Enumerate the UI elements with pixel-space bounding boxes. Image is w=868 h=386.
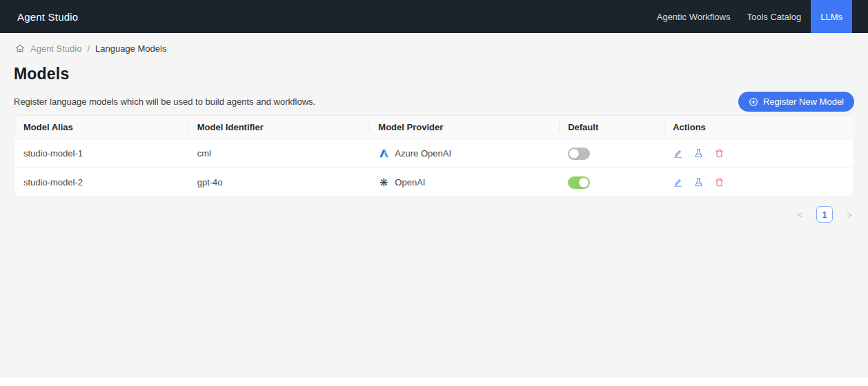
- pagination-page-1[interactable]: 1: [816, 206, 833, 223]
- toggle-knob: [569, 149, 579, 159]
- table-header-row: Model Alias Model Identifier Model Provi…: [14, 116, 854, 139]
- home-icon[interactable]: [15, 43, 25, 53]
- default-cell: [559, 148, 664, 160]
- top-header: Agent Studio Agentic Workflows Tools Cat…: [0, 0, 868, 33]
- breadcrumb: Agent Studio / Language Models: [15, 43, 868, 54]
- edit-icon[interactable]: [673, 177, 683, 187]
- edit-icon[interactable]: [673, 148, 683, 159]
- plus-circle-icon: [749, 97, 758, 107]
- page-title: Models: [14, 64, 868, 83]
- model-provider-cell: Azure OpenAI: [369, 148, 559, 159]
- column-header-model-alias: Model Alias: [14, 116, 188, 139]
- azure-icon: [378, 148, 389, 159]
- model-identifier-cell: gpt-4o: [188, 177, 370, 187]
- nav-agentic-workflows[interactable]: Agentic Workflows: [649, 0, 739, 33]
- breadcrumb-current: Language Models: [95, 43, 166, 54]
- pagination-prev-icon[interactable]: <: [795, 210, 805, 220]
- column-header-model-identifier: Model Identifier: [188, 116, 370, 139]
- model-alias-cell: studio-model-2: [14, 177, 188, 187]
- nav-tools-catalog[interactable]: Tools Catalog: [738, 0, 809, 33]
- experiment-icon[interactable]: [693, 177, 704, 187]
- breadcrumb-separator: /: [87, 43, 90, 54]
- column-header-model-provider: Model Provider: [369, 116, 559, 139]
- openai-icon: ❋: [378, 177, 389, 188]
- register-button-label: Register New Model: [763, 96, 844, 107]
- actions-cell: [664, 148, 854, 159]
- column-header-actions: Actions: [664, 116, 854, 139]
- toolbar: Register language models which will be u…: [14, 92, 854, 112]
- default-cell: [559, 176, 664, 189]
- toggle-knob: [579, 178, 589, 187]
- delete-icon[interactable]: [714, 177, 724, 187]
- app-title: Agent Studio: [17, 11, 78, 23]
- default-toggle[interactable]: [568, 176, 590, 189]
- default-toggle[interactable]: [568, 148, 590, 160]
- model-alias-cell: studio-model-1: [14, 148, 188, 159]
- table-row: studio-model-2 gpt-4o ❋ OpenAI: [14, 167, 854, 196]
- model-identifier-cell: cml: [188, 148, 370, 159]
- column-header-default: Default: [559, 116, 664, 139]
- models-table: Model Alias Model Identifier Model Provi…: [14, 115, 854, 197]
- delete-icon[interactable]: [714, 148, 724, 159]
- provider-label: Azure OpenAI: [395, 148, 451, 159]
- pagination: < 1 >: [0, 206, 854, 223]
- top-nav: Agentic Workflows Tools Catalog LLMs: [649, 0, 868, 33]
- provider-label: OpenAI: [395, 177, 425, 187]
- breadcrumb-root[interactable]: Agent Studio: [30, 43, 81, 54]
- table-row: studio-model-1 cml Azure OpenAI: [14, 139, 854, 167]
- register-new-model-button[interactable]: Register New Model: [738, 92, 854, 112]
- app-root: Agent Studio Agentic Workflows Tools Cat…: [0, 0, 868, 378]
- pagination-next-icon[interactable]: >: [845, 210, 854, 220]
- actions-cell: [664, 177, 854, 187]
- page-description: Register language models which will be u…: [14, 96, 315, 107]
- model-provider-cell: ❋ OpenAI: [369, 177, 559, 188]
- experiment-icon[interactable]: [693, 148, 704, 159]
- nav-llms[interactable]: LLMs: [811, 0, 852, 33]
